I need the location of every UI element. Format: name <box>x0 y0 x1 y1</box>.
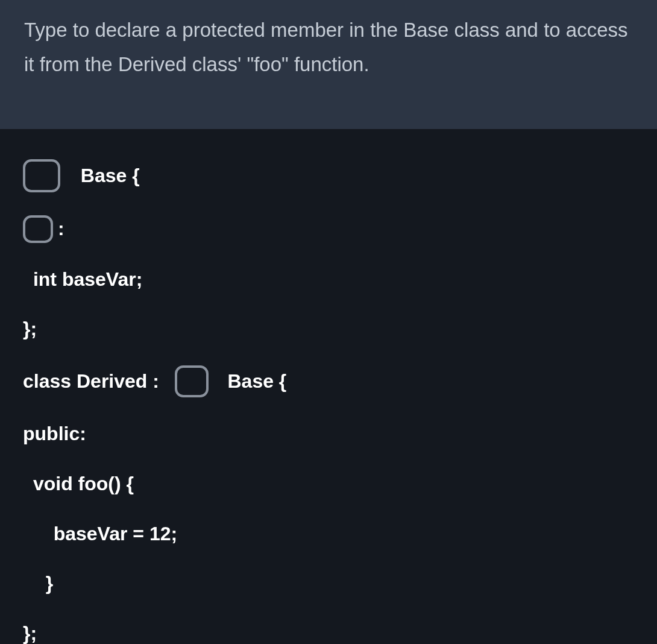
code-line-1: Base { <box>23 159 634 192</box>
blank-input-1[interactable] <box>23 159 60 192</box>
code-line-3: int baseVar; <box>23 266 634 293</box>
code-line-10: }; <box>23 620 634 644</box>
code-text: void foo() { <box>28 470 134 497</box>
code-line-9: } <box>23 570 634 597</box>
blank-input-2[interactable] <box>23 215 53 243</box>
code-text: }; <box>23 620 37 644</box>
code-line-8: baseVar = 12; <box>23 520 634 548</box>
code-text: }; <box>23 315 37 343</box>
code-line-2: : <box>23 215 634 243</box>
prompt-section: Type to declare a protected member in th… <box>0 0 657 129</box>
code-text: : <box>58 215 64 242</box>
code-text: public: <box>23 420 86 447</box>
code-line-5: class Derived : Base { <box>23 365 634 397</box>
prompt-text: Type to declare a protected member in th… <box>24 13 633 82</box>
blank-input-3[interactable] <box>175 365 209 397</box>
code-line-6: public: <box>23 420 634 447</box>
code-text: } <box>35 570 53 597</box>
code-text: Base { <box>70 162 140 189</box>
code-text: baseVar = 12; <box>37 520 177 548</box>
code-line-7: void foo() { <box>23 470 634 497</box>
code-line-4: }; <box>23 315 634 343</box>
code-section: Base { : int baseVar; }; class Derived :… <box>0 129 657 645</box>
code-text: Base { <box>217 368 287 395</box>
code-text: class Derived : <box>23 368 170 395</box>
code-text: int baseVar; <box>28 266 142 293</box>
